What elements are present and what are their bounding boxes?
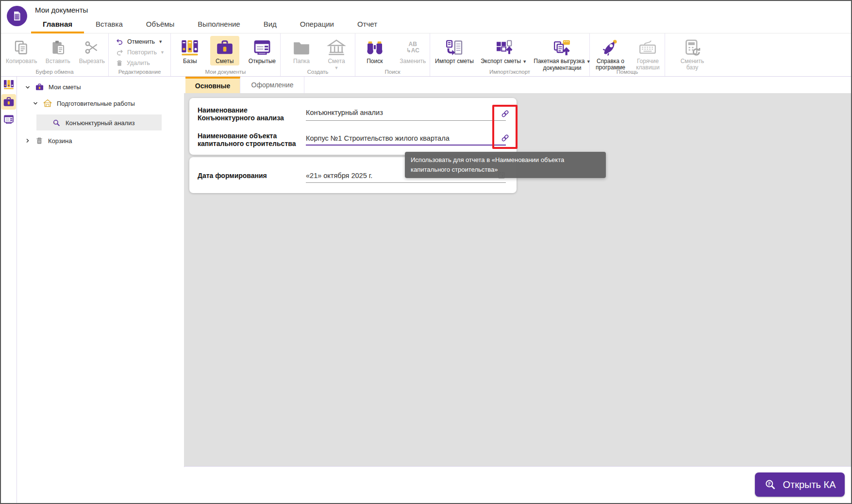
- export-dropdown-icon[interactable]: ▼: [522, 59, 527, 64]
- tree-label: Конъюнктурный анализ: [66, 119, 134, 127]
- group-label-help: Помощь: [590, 69, 665, 75]
- date-input[interactable]: «21» октября 2025 г.: [306, 172, 372, 179]
- trash-icon: [116, 59, 123, 67]
- bottom-strip: Открыть КА: [184, 467, 851, 503]
- window-title: Мои документы: [35, 6, 88, 14]
- new-estimate-button[interactable]: Смета ▼: [323, 36, 350, 71]
- tab-osnovnye[interactable]: Основные: [185, 77, 240, 93]
- group-label-search: Поиск: [355, 69, 430, 75]
- undo-dropdown-icon[interactable]: ▼: [158, 39, 163, 44]
- menu-tab-vstavka[interactable]: Вставка: [96, 20, 123, 28]
- replace-label: Заменить: [399, 58, 427, 65]
- replace-icon: AB↳AC: [399, 37, 427, 58]
- ribbon-group-changedb: Сменить базу: [665, 33, 851, 76]
- redo-dropdown-icon[interactable]: ▼: [160, 50, 165, 55]
- rail-estimates-button[interactable]: [1, 94, 16, 110]
- import-estimate-button[interactable]: Импорт сметы: [434, 36, 475, 65]
- ribbon-group-search: Поиск AB↳AC Заменить Поиск: [355, 33, 430, 76]
- ribbon-group-create: Папка Смета ▼ Создать: [281, 33, 355, 76]
- field-ka-name-input[interactable]: Конъюнктурный анализ: [306, 109, 383, 116]
- group-label-importexport: Импорт/экспорт: [430, 69, 589, 75]
- keyboard-icon: [634, 37, 662, 58]
- header: Мои документы Главная Вставка Объёмы Вып…: [1, 1, 851, 33]
- batch-upload-label: Пакетная выгрузка ▼: [534, 58, 590, 65]
- search-button[interactable]: Поиск: [362, 36, 387, 65]
- menu-tab-obyomy[interactable]: Объёмы: [146, 20, 175, 28]
- trash-icon: [35, 136, 44, 145]
- change-base-button[interactable]: Сменить базу: [676, 36, 709, 72]
- briefcase-icon: [35, 82, 44, 92]
- field-object-name-input[interactable]: Корпус №1 Строительство жилого квартала: [306, 134, 450, 142]
- tree-item-trash[interactable]: Корзина: [25, 136, 72, 145]
- hotkeys-button[interactable]: Горячие клавиши: [633, 36, 663, 72]
- opened-mini-icon: [3, 114, 15, 125]
- ribbon-group-clipboard: Копировать Вставить Вырезать Буфер обмен…: [1, 33, 109, 76]
- redo-icon: [116, 49, 124, 57]
- about-button[interactable]: Справка о программе: [595, 36, 626, 72]
- replace-button[interactable]: AB↳AC Заменить: [398, 36, 428, 65]
- delete-button[interactable]: Удалить: [116, 58, 168, 68]
- ribbon-group-editing: Отменить▼ Повторить▼ Удалить Редактирова…: [109, 33, 171, 76]
- chevron-right-icon: [25, 138, 31, 144]
- undo-icon: [116, 38, 124, 46]
- group-label-editing: Редактирование: [109, 69, 170, 75]
- magnifier-icon: [52, 118, 61, 128]
- magnifier-doc-icon: [764, 478, 777, 491]
- tooltip: Использовать для отчета в «Наименовании …: [405, 152, 606, 178]
- export-icon: [481, 37, 527, 58]
- undo-button[interactable]: Отменить▼: [116, 37, 168, 47]
- ribbon-group-mydocs: Базы Сметы Открытые Мои документы: [171, 33, 281, 76]
- menu-tab-operacii[interactable]: Операции: [300, 20, 334, 28]
- estimates-icon: [211, 37, 238, 58]
- copy-icon: [6, 37, 37, 58]
- tree-label: Мои сметы: [49, 83, 81, 91]
- paste-button[interactable]: Вставить: [44, 36, 72, 65]
- tree-item-my-estimates[interactable]: Мои сметы: [25, 82, 81, 92]
- import-icon: [435, 37, 474, 58]
- binoculars-icon: [363, 37, 386, 58]
- left-rail: [1, 77, 17, 503]
- search-label: Поиск: [363, 58, 386, 65]
- tree-label: Корзина: [48, 137, 72, 145]
- open-ka-button[interactable]: Открыть КА: [755, 472, 845, 497]
- cut-label: Вырезать: [79, 58, 105, 65]
- redo-button[interactable]: Повторить▼: [116, 48, 168, 57]
- form-background: НаименованиеКонъюнктурного анализа Конъю…: [184, 93, 851, 467]
- estimates-label: Сметы: [211, 58, 238, 65]
- field-object-name-label: Наименование объектакапитального строите…: [198, 132, 296, 147]
- chevron-down-icon: [33, 100, 38, 106]
- tree-item-konyunkturny-analiz[interactable]: Конъюнктурный анализ: [52, 118, 134, 128]
- ribbon-group-help: Справка о программе Горячие клавиши Помо…: [590, 33, 665, 76]
- copy-button[interactable]: Копировать: [5, 36, 38, 65]
- tree-label: Подготовительные работы: [57, 100, 135, 107]
- bases-icon: [178, 37, 202, 58]
- field-object-name-underline: [306, 145, 506, 146]
- menu-tab-otchet[interactable]: Отчет: [357, 20, 377, 28]
- menu-tab-vid[interactable]: Вид: [264, 20, 277, 28]
- cut-button[interactable]: Вырезать: [78, 36, 106, 65]
- estimates-mini-icon: [2, 96, 15, 108]
- estimates-button[interactable]: Сметы: [210, 36, 239, 65]
- menu-tab-vypolnenie[interactable]: Выполнение: [198, 20, 240, 28]
- group-label-clipboard: Буфер обмена: [1, 69, 108, 75]
- folder-icon: [289, 37, 314, 58]
- rail-bases-button[interactable]: [2, 78, 15, 91]
- import-label: Импорт сметы: [435, 58, 474, 65]
- new-folder-button[interactable]: Папка: [288, 36, 315, 65]
- red-highlight-rectangle: [492, 105, 518, 149]
- open-ka-label: Открыть КА: [783, 479, 835, 490]
- new-folder-label: Папка: [289, 58, 314, 65]
- menu-tabs: Главная Вставка Объёмы Выполнение Вид Оп…: [43, 16, 377, 31]
- bases-button[interactable]: Базы: [177, 36, 203, 65]
- main-fields-card: НаименованиеКонъюнктурного анализа Конъю…: [189, 98, 517, 155]
- rail-opened-button[interactable]: [2, 113, 15, 126]
- opened-button[interactable]: Открытые: [246, 36, 278, 65]
- menu-tab-glavnaya[interactable]: Главная: [43, 20, 72, 28]
- field-ka-name-underline: [306, 120, 506, 121]
- batch-upload-button[interactable]: Пакетная выгрузка ▼ документации: [533, 36, 591, 72]
- chevron-down-icon: [25, 84, 31, 90]
- export-estimate-button[interactable]: Экспорт сметы ▼: [480, 36, 528, 66]
- tree-item-preparatory-works[interactable]: Подготовительные работы: [33, 98, 135, 108]
- ribbon-group-importexport: Импорт сметы Экспорт сметы ▼ Пакетная вы…: [430, 33, 590, 76]
- tab-oformlenie[interactable]: Оформление: [241, 77, 304, 93]
